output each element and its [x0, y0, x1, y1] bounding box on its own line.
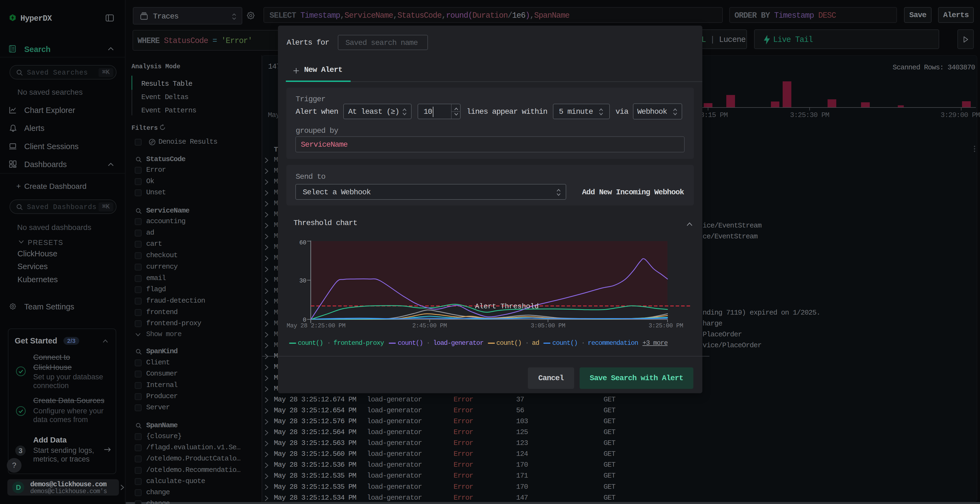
svg-text:3:05:00 PM: 3:05:00 PM — [531, 323, 565, 329]
svg-text:2:45:00 PM: 2:45:00 PM — [412, 323, 447, 329]
svg-text:3:25:00 PM: 3:25:00 PM — [648, 323, 683, 329]
svg-text:30: 30 — [299, 278, 306, 285]
svg-text:Alert Threshold: Alert Threshold — [475, 302, 539, 310]
svg-text:May 28 2:25:00 PM: May 28 2:25:00 PM — [286, 323, 345, 329]
svg-text:60: 60 — [299, 240, 306, 246]
